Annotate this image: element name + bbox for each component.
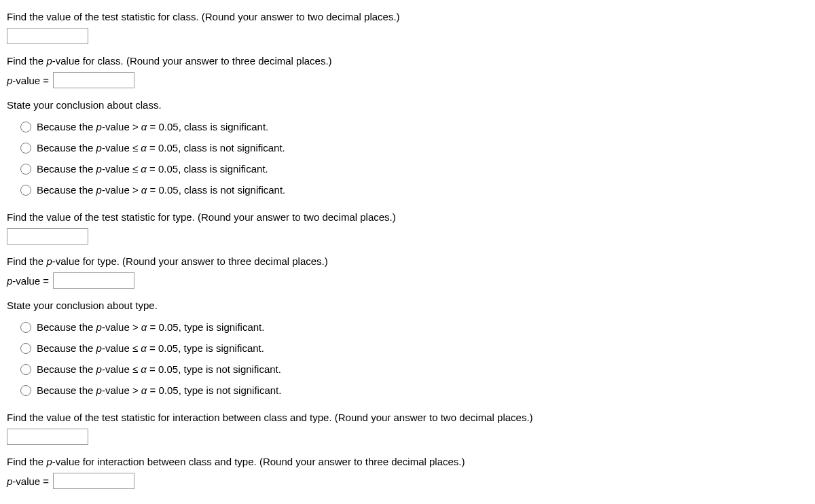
q5-label-after: -value = <box>12 275 49 287</box>
q3-radio-2[interactable] <box>20 164 31 175</box>
q5-prompt: Find the p-value for type. (Round your a… <box>7 254 808 268</box>
q3-option-1-label: Because the p-value ≤ α = 0.05, class is… <box>37 141 285 155</box>
q2-prompt-after: -value for class. (Round your answer to … <box>52 55 332 67</box>
q2-input[interactable] <box>53 72 134 88</box>
q2-prompt-before: Find the <box>7 55 46 67</box>
q3-option-2[interactable]: Because the p-value ≤ α = 0.05, class is… <box>7 158 808 179</box>
q6-option-2[interactable]: Because the p-value ≤ α = 0.05, type is … <box>7 359 808 380</box>
q6-radio-0[interactable] <box>20 322 31 333</box>
q6-option-0-label: Because the p-value > α = 0.05, type is … <box>37 320 264 334</box>
q5-label: p-value = <box>7 274 49 288</box>
q4-prompt: Find the value of the test statistic for… <box>7 210 808 224</box>
q5-input[interactable] <box>53 272 134 289</box>
q6-radio-3[interactable] <box>20 385 31 396</box>
q5-prompt-before: Find the <box>7 255 46 267</box>
q2-prompt-italic: p <box>46 55 52 67</box>
q8-label: p-value = <box>7 474 49 488</box>
q3-radio-1[interactable] <box>20 143 31 154</box>
q6-options: Because the p-value > α = 0.05, type is … <box>7 317 808 401</box>
q3-radio-3[interactable] <box>20 185 31 196</box>
q6-radio-1[interactable] <box>20 343 31 354</box>
q5-prompt-after: -value for type. (Round your answer to t… <box>52 255 328 267</box>
q6-option-1-label: Because the p-value ≤ α = 0.05, type is … <box>37 341 264 355</box>
q6-option-2-label: Because the p-value ≤ α = 0.05, type is … <box>37 362 281 376</box>
q7-input[interactable] <box>7 429 88 445</box>
q8-prompt: Find the p-value for interaction between… <box>7 454 808 469</box>
q5-prompt-italic: p <box>46 255 52 267</box>
q7-prompt: Find the value of the test statistic for… <box>7 410 808 425</box>
q3-prompt: State your conclusion about class. <box>7 98 808 112</box>
q3-option-0-label: Because the p-value > α = 0.05, class is… <box>37 120 268 134</box>
q3-radio-0[interactable] <box>20 122 31 132</box>
q6-prompt: State your conclusion about type. <box>7 298 808 312</box>
q8-input[interactable] <box>53 473 134 489</box>
q8-prompt-before: Find the <box>7 456 46 467</box>
q6-option-3-label: Because the p-value > α = 0.05, type is … <box>37 383 281 397</box>
q3-option-3-label: Because the p-value > α = 0.05, class is… <box>37 183 285 197</box>
q6-option-0[interactable]: Because the p-value > α = 0.05, type is … <box>7 317 808 338</box>
q3-options: Because the p-value > α = 0.05, class is… <box>7 116 808 200</box>
q8-prompt-italic: p <box>46 456 52 467</box>
q2-label-after: -value = <box>12 75 49 86</box>
q2-prompt: Find the p-value for class. (Round your … <box>7 54 808 68</box>
q2-label: p-value = <box>7 73 49 88</box>
q8-label-after: -value = <box>12 475 49 487</box>
q1-prompt: Find the value of the test statistic for… <box>7 10 808 24</box>
q1-input[interactable] <box>7 28 88 44</box>
q4-input[interactable] <box>7 228 88 245</box>
q3-option-1[interactable]: Because the p-value ≤ α = 0.05, class is… <box>7 137 808 158</box>
q6-option-3[interactable]: Because the p-value > α = 0.05, type is … <box>7 380 808 401</box>
q6-option-1[interactable]: Because the p-value ≤ α = 0.05, type is … <box>7 338 808 359</box>
q3-option-3[interactable]: Because the p-value > α = 0.05, class is… <box>7 179 808 200</box>
q6-radio-2[interactable] <box>20 364 31 375</box>
q3-option-2-label: Because the p-value ≤ α = 0.05, class is… <box>37 162 268 176</box>
q3-option-0[interactable]: Because the p-value > α = 0.05, class is… <box>7 116 808 137</box>
q8-prompt-after: -value for interaction between class and… <box>52 456 465 467</box>
